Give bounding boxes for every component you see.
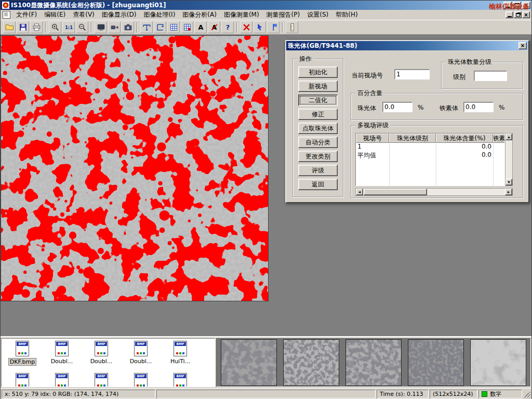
scroll-down-icon[interactable]: ▼ xyxy=(506,179,512,185)
current-field-input[interactable] xyxy=(394,69,430,79)
caliper-icon[interactable] xyxy=(140,21,153,33)
op-button-6[interactable]: 更改类别 xyxy=(298,151,338,162)
column-header-pearlite[interactable]: 珠光体含量(%) xyxy=(436,134,493,143)
grading-table-label: 多视场评级 xyxy=(355,122,391,129)
table-row[interactable]: 平均值 0.0 xyxy=(356,151,505,159)
menu-item-4[interactable]: 图像处理(I) xyxy=(140,9,179,20)
dialog-close-button[interactable]: × xyxy=(518,42,527,49)
menu-item-6[interactable]: 图像测量(M) xyxy=(220,9,263,20)
thumbnail[interactable] xyxy=(408,339,464,386)
column-header-grade[interactable]: 珠光体级别 xyxy=(389,134,436,143)
file-list[interactable]: BMPDKF.bmpBMPDoubl...BMPDoubl...BMPDoubl… xyxy=(1,338,215,387)
close-icon: × xyxy=(524,12,528,18)
file-item[interactable]: BMPHuiTi... xyxy=(161,341,200,373)
child-window-icon[interactable] xyxy=(3,11,10,19)
scroll-up-icon[interactable]: ▲ xyxy=(506,134,512,140)
delete-icon[interactable] xyxy=(240,21,252,33)
bmp-label: BMP xyxy=(135,342,147,346)
op-button-3[interactable]: 修正 xyxy=(298,109,338,120)
thumbnail[interactable] xyxy=(283,339,339,386)
op-button-2[interactable]: 二值化 xyxy=(298,95,338,106)
menu-item-8[interactable]: 设置(S) xyxy=(303,9,332,20)
menu-item-5[interactable]: 图像分析(A) xyxy=(179,9,220,20)
maximize-button[interactable] xyxy=(513,2,521,9)
child-minimize-button[interactable] xyxy=(506,11,513,18)
file-item[interactable]: BMP xyxy=(161,373,200,387)
menu-item-2[interactable]: 查看(V) xyxy=(69,9,98,20)
font-cancel-icon[interactable]: A xyxy=(208,21,220,33)
pearlite-input[interactable] xyxy=(382,102,413,112)
pointer-icon[interactable] xyxy=(254,21,266,33)
table-cell xyxy=(493,143,505,151)
close-button[interactable]: × xyxy=(522,2,530,9)
micrometer-icon[interactable] xyxy=(154,21,166,33)
table-cell: 平均值 xyxy=(356,151,389,159)
op-button-8[interactable]: 返回 xyxy=(298,179,338,190)
file-item[interactable]: BMP xyxy=(121,373,161,387)
column-header-ferrite[interactable]: 铁素体含量(%) xyxy=(493,134,505,143)
child-close-button[interactable]: × xyxy=(522,11,530,18)
help-icon[interactable]: ? xyxy=(221,21,234,33)
op-button-1[interactable]: 新视场 xyxy=(298,81,338,92)
menu-item-9[interactable]: 帮助(H) xyxy=(332,9,361,20)
menu-item-7[interactable]: 测量报告(P) xyxy=(263,9,304,20)
capture-icon[interactable] xyxy=(95,21,107,33)
ferrite-input[interactable] xyxy=(463,102,494,112)
bmp-file-icon: BMP xyxy=(134,341,148,356)
zoom-in-icon[interactable] xyxy=(49,21,61,33)
video-camera-icon[interactable] xyxy=(108,21,121,33)
titlebar[interactable]: IS100显微摄像系统(金相分析版) - [zhuguangti01] × xyxy=(1,1,531,10)
op-button-5[interactable]: 自动分类 xyxy=(298,137,338,148)
metallograph-image[interactable] xyxy=(1,35,269,301)
thumbnail[interactable] xyxy=(345,339,402,386)
grid-icon[interactable] xyxy=(167,21,180,33)
table-vertical-scrollbar[interactable]: ▲ ▼ xyxy=(505,133,513,186)
thumbnail[interactable] xyxy=(470,339,526,386)
grading-table[interactable]: 视场号 珠光体级别 珠光体含量(%) 铁素体含量(%) 1 0.0 xyxy=(355,133,505,186)
scroll-right-icon[interactable]: ► xyxy=(505,189,512,195)
op-button-7[interactable]: 评级 xyxy=(298,165,338,176)
toolbar-separator xyxy=(137,22,138,33)
zoom-out-icon[interactable] xyxy=(76,21,88,33)
multi-field-grading-group: 多视场评级 视场号 珠光体级别 珠光体含量(%) 铁素体含量(%) 1 xyxy=(351,125,523,198)
status-spacer xyxy=(156,390,376,398)
print-icon[interactable] xyxy=(30,21,43,33)
column-header-field[interactable]: 视场号 xyxy=(356,134,389,143)
resize-grip[interactable] xyxy=(524,391,530,397)
bmp-label: BMP xyxy=(56,374,68,378)
file-item[interactable]: BMP xyxy=(82,373,121,387)
minimize-button[interactable] xyxy=(503,2,512,9)
ruler-icon[interactable] xyxy=(286,21,298,33)
bmp-file-icon: BMP xyxy=(55,373,69,387)
thumbnail[interactable] xyxy=(221,339,277,386)
grid-measure-icon[interactable] xyxy=(181,21,193,33)
file-item[interactable]: BMPDoubl... xyxy=(42,341,82,373)
file-item[interactable]: BMPDKF.bmp xyxy=(3,341,42,373)
menu-item-3[interactable]: 图像显示(D) xyxy=(98,9,140,20)
percent-group: 百分含量 珠光体 % 铁素体 % xyxy=(351,93,523,120)
menu-item-0[interactable]: 文件(F) xyxy=(12,9,41,20)
file-item[interactable]: BMPDoubl... xyxy=(82,341,121,373)
actual-size-icon[interactable]: 1:1 xyxy=(62,21,75,33)
save-icon[interactable] xyxy=(17,21,29,33)
font-icon[interactable]: A xyxy=(194,21,207,33)
op-button-0[interactable]: 初始化 xyxy=(298,66,338,78)
bmp-label: BMP xyxy=(175,374,186,378)
close-icon: × xyxy=(524,3,528,8)
file-item[interactable]: BMP xyxy=(42,373,82,387)
scroll-left-icon[interactable]: ◄ xyxy=(356,189,363,195)
level-input[interactable] xyxy=(474,71,507,81)
op-button-4[interactable]: 点取珠光体 xyxy=(298,123,338,134)
dialog-titlebar[interactable]: 珠光体(GB/T9441-88) × xyxy=(286,41,528,50)
file-item[interactable]: BMPDoubl... xyxy=(121,341,161,373)
file-item[interactable]: BMP xyxy=(3,373,42,387)
open-icon[interactable] xyxy=(3,21,16,33)
table-horizontal-scrollbar[interactable]: ◄ ► xyxy=(355,188,513,196)
child-restore-button[interactable] xyxy=(514,11,522,18)
table-row[interactable]: 1 0.0 xyxy=(356,143,505,151)
menu-item-1[interactable]: 编辑(E) xyxy=(41,9,69,20)
scrollbar-thumb[interactable] xyxy=(364,189,427,195)
marker-icon[interactable] xyxy=(267,21,280,33)
camera-icon[interactable] xyxy=(122,21,134,33)
file-name: Doubl... xyxy=(50,358,74,365)
